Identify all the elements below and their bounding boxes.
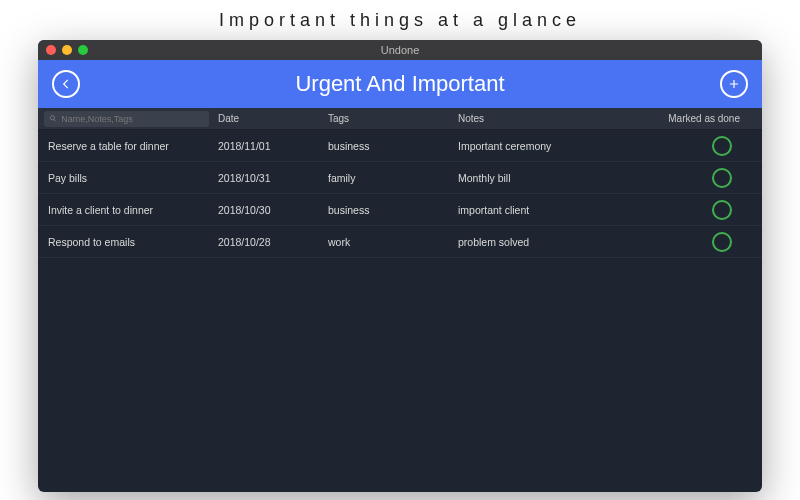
cell-done bbox=[638, 168, 762, 188]
cell-done bbox=[638, 200, 762, 220]
cell-date: 2018/10/31 bbox=[218, 172, 328, 184]
mark-done-button[interactable] bbox=[712, 232, 732, 252]
mark-done-button[interactable] bbox=[712, 200, 732, 220]
mark-done-button[interactable] bbox=[712, 136, 732, 156]
arrow-left-icon bbox=[59, 77, 73, 91]
cell-name: Reserve a table for dinner bbox=[38, 140, 218, 152]
cell-notes: Monthly bill bbox=[458, 172, 638, 184]
svg-point-0 bbox=[50, 116, 54, 120]
column-date-header[interactable]: Date bbox=[218, 113, 328, 124]
table-row[interactable]: Reserve a table for dinner 2018/11/01 bu… bbox=[38, 130, 762, 162]
cell-notes: problem solved bbox=[458, 236, 638, 248]
window-titlebar: Undone bbox=[38, 40, 762, 60]
cell-done bbox=[638, 136, 762, 156]
cell-notes: Important ceremony bbox=[458, 140, 638, 152]
app-caption: Important things at a glance bbox=[0, 0, 800, 39]
cell-tags: family bbox=[328, 172, 458, 184]
cell-tags: business bbox=[328, 204, 458, 216]
cell-name: Pay bills bbox=[38, 172, 218, 184]
window-title: Undone bbox=[38, 44, 762, 56]
app-window: Undone Urgent And Important Date Tags No… bbox=[38, 40, 762, 492]
page-title: Urgent And Important bbox=[295, 71, 504, 97]
cell-notes: important client bbox=[458, 204, 638, 216]
cell-tags: business bbox=[328, 140, 458, 152]
add-button[interactable] bbox=[720, 70, 748, 98]
table-body: Reserve a table for dinner 2018/11/01 bu… bbox=[38, 130, 762, 492]
back-button[interactable] bbox=[52, 70, 80, 98]
mark-done-button[interactable] bbox=[712, 168, 732, 188]
column-notes-header[interactable]: Notes bbox=[458, 113, 638, 124]
search-input[interactable] bbox=[61, 114, 204, 124]
column-name bbox=[38, 111, 218, 127]
cell-date: 2018/11/01 bbox=[218, 140, 328, 152]
cell-date: 2018/10/30 bbox=[218, 204, 328, 216]
cell-done bbox=[638, 232, 762, 252]
header-bar: Urgent And Important bbox=[38, 60, 762, 108]
cell-tags: work bbox=[328, 236, 458, 248]
plus-icon bbox=[727, 77, 741, 91]
cell-date: 2018/10/28 bbox=[218, 236, 328, 248]
search-icon bbox=[49, 114, 57, 123]
table-header: Date Tags Notes Marked as done bbox=[38, 108, 762, 130]
search-field-wrap[interactable] bbox=[44, 111, 209, 127]
cell-name: Invite a client to dinner bbox=[38, 204, 218, 216]
table-row[interactable]: Respond to emails 2018/10/28 work proble… bbox=[38, 226, 762, 258]
cell-name: Respond to emails bbox=[38, 236, 218, 248]
table-row[interactable]: Invite a client to dinner 2018/10/30 bus… bbox=[38, 194, 762, 226]
column-done-header[interactable]: Marked as done bbox=[638, 113, 762, 124]
column-tags-header[interactable]: Tags bbox=[328, 113, 458, 124]
table-row[interactable]: Pay bills 2018/10/31 family Monthly bill bbox=[38, 162, 762, 194]
